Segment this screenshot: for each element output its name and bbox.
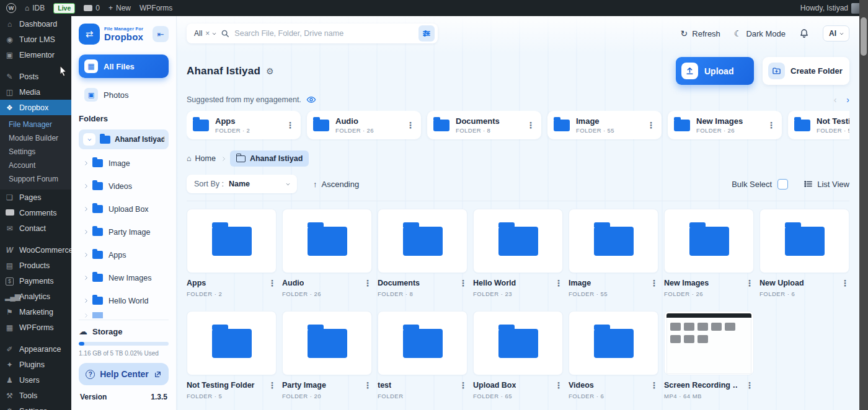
more-options-icon[interactable]: ⋮	[650, 279, 658, 287]
file-card-screen-recording[interactable]: Screen Recording …⋮ MP4 · 64 MB	[664, 311, 754, 399]
tree-item-videos[interactable]: Videos	[79, 175, 169, 198]
sort-order-toggle[interactable]: ↑Ascending	[313, 180, 359, 189]
ai-dropdown[interactable]: AI	[823, 25, 849, 41]
wordpress-logo-icon[interactable]: W	[6, 3, 16, 13]
breadcrumb-current[interactable]: Ahanaf Istiyad	[230, 150, 309, 167]
suggested-card-documents[interactable]: DocumentsFOLDER · 8⋮	[427, 111, 541, 139]
folder-thumbnail[interactable]	[569, 209, 658, 273]
more-options-icon[interactable]: ⋮	[767, 121, 776, 129]
folder-card-hello-world[interactable]: Hello World⋮ FOLDER · 23	[473, 209, 563, 297]
more-options-icon[interactable]: ⋮	[459, 279, 467, 287]
sidebar-item-dropbox[interactable]: ❖Dropbox	[0, 100, 71, 115]
remove-scope-icon[interactable]: ×	[205, 29, 210, 38]
list-view-toggle[interactable]: List View	[804, 180, 849, 189]
more-options-icon[interactable]: ⋮	[650, 381, 658, 390]
video-thumbnail[interactable]	[664, 311, 754, 375]
folder-thumbnail[interactable]	[473, 311, 563, 375]
chevron-down-icon[interactable]	[212, 30, 216, 35]
submenu-item-support-forum[interactable]: Support Forum	[0, 172, 71, 186]
dark-mode-toggle[interactable]: ☾Dark Mode	[734, 28, 786, 38]
folder-thumbnail[interactable]	[187, 209, 277, 273]
suggested-card-not-testing[interactable]: Not TestingFOLDER · 5⋮	[788, 111, 849, 139]
tree-item-upload-box[interactable]: Upload Box	[79, 198, 169, 220]
folder-thumbnail[interactable]	[378, 311, 467, 375]
folder-thumbnail[interactable]	[378, 209, 467, 273]
sidebar-item-users[interactable]: ♟Users	[0, 372, 71, 388]
folder-card-videos[interactable]: Videos⋮ FOLDER · 6	[569, 311, 658, 399]
sidebar-item-payments[interactable]: $Payments	[0, 273, 71, 289]
sort-by-dropdown[interactable]: Sort By :Name	[187, 175, 297, 193]
more-options-icon[interactable]: ⋮	[363, 279, 372, 287]
chevron-right-icon[interactable]	[83, 276, 87, 280]
nav-all-files[interactable]: ▦ All Files	[79, 55, 169, 78]
submenu-item-file-manager[interactable]: File Manager	[0, 118, 71, 131]
tree-root-folder[interactable]: Ahanaf Istiyad	[79, 129, 169, 149]
sidebar-item-woocommerce[interactable]: WWooCommerce	[0, 242, 71, 258]
chevron-down-icon[interactable]	[83, 133, 95, 146]
folder-settings-icon[interactable]: ⚙	[266, 66, 274, 76]
chevron-right-icon[interactable]	[83, 230, 87, 234]
sidebar-item-appearance[interactable]: ✐Appearance	[0, 341, 71, 357]
sidebar-item-posts[interactable]: ✎Posts	[0, 69, 71, 84]
chevron-right-icon[interactable]	[83, 207, 87, 211]
refresh-button[interactable]: ↻Refresh	[681, 28, 720, 38]
admin-bar-comments[interactable]: 0	[84, 4, 100, 12]
chevron-right-icon[interactable]	[83, 253, 87, 257]
sidebar-collapse-button[interactable]: ⇤	[153, 26, 169, 42]
more-options-icon[interactable]: ⋮	[459, 381, 467, 390]
folder-card-image[interactable]: Image⋮ FOLDER · 55	[569, 209, 658, 297]
filter-button[interactable]	[418, 25, 435, 41]
chevron-right-icon[interactable]	[83, 184, 87, 188]
live-badge[interactable]: Live	[53, 3, 75, 14]
folder-thumbnail[interactable]	[473, 209, 563, 273]
submenu-item-module-builder[interactable]: Module Builder	[0, 131, 71, 145]
folder-thumbnail[interactable]	[569, 311, 658, 375]
more-options-icon[interactable]: ⋮	[841, 279, 849, 287]
folder-thumbnail[interactable]	[664, 209, 754, 273]
folder-card-documents[interactable]: Documents⋮ FOLDER · 8	[378, 209, 467, 297]
tree-item-hello-world[interactable]: Hello World	[79, 289, 169, 312]
more-options-icon[interactable]: ⋮	[286, 121, 294, 129]
more-options-icon[interactable]: ⋮	[526, 121, 535, 129]
search-scope-chip[interactable]: All×	[194, 29, 216, 38]
folder-thumbnail[interactable]	[282, 311, 372, 375]
sidebar-item-dashboard[interactable]: ⌂Dashboard	[0, 16, 71, 32]
tree-item-new-images[interactable]: New Images	[79, 266, 169, 289]
folder-card-party-image[interactable]: Party Image⋮ FOLDER · 20	[282, 311, 372, 399]
sidebar-item-marketing[interactable]: ⚑Marketing	[0, 304, 71, 320]
sidebar-item-products[interactable]: ▤Products	[0, 258, 71, 273]
suggested-card-apps[interactable]: AppsFOLDER · 2⋮	[187, 111, 301, 139]
more-options-icon[interactable]: ⋮	[268, 381, 277, 390]
sidebar-item-contact[interactable]: ✉Contact	[0, 220, 71, 236]
bulk-select[interactable]: Bulk Select	[732, 179, 788, 190]
carousel-next-icon[interactable]: ›	[846, 95, 849, 105]
admin-bar-howdy[interactable]: Howdy, Istiyad	[800, 3, 862, 14]
nav-photos[interactable]: ▣ Photos	[79, 85, 169, 104]
admin-bar-site[interactable]: ⌂IDB	[25, 4, 45, 12]
submenu-item-settings[interactable]: Settings	[0, 145, 71, 159]
eye-icon[interactable]	[306, 96, 316, 103]
folder-thumbnail[interactable]	[282, 209, 372, 273]
more-options-icon[interactable]: ⋮	[406, 121, 415, 129]
breadcrumb-home[interactable]: ⌂Home	[187, 154, 216, 163]
sidebar-item-settings[interactable]: ⚙Settings	[0, 403, 71, 410]
folder-card-new-upload[interactable]: New Upload⋮ FOLDER · 6	[760, 209, 849, 297]
more-options-icon[interactable]: ⋮	[745, 279, 754, 287]
folder-card-upload-box[interactable]: Upload Box⋮ FOLDER · 65	[473, 311, 563, 399]
more-options-icon[interactable]: ⋮	[363, 381, 372, 390]
admin-bar-wpforms[interactable]: WPForms	[140, 4, 172, 12]
folder-card-new-images[interactable]: New Images⋮ FOLDER · 26	[664, 209, 754, 297]
more-options-icon[interactable]: ⋮	[647, 121, 655, 129]
more-options-icon[interactable]: ⋮	[554, 381, 563, 390]
sidebar-item-tools[interactable]: ⚒Tools	[0, 388, 71, 403]
more-options-icon[interactable]: ⋮	[554, 279, 563, 287]
page-scrollbar[interactable]	[859, 0, 868, 410]
suggested-card-image[interactable]: ImageFOLDER · 55⋮	[547, 111, 662, 139]
scrollbar-thumb[interactable]	[861, 17, 867, 56]
sidebar-item-plugins[interactable]: ✦Plugins	[0, 357, 71, 372]
carousel-prev-icon[interactable]: ‹	[834, 95, 837, 105]
suggested-card-new-images[interactable]: New ImagesFOLDER · 26⋮	[668, 111, 782, 139]
folder-thumbnail[interactable]	[760, 209, 849, 273]
search-input[interactable]	[234, 29, 414, 38]
bulk-select-checkbox[interactable]	[777, 179, 788, 190]
